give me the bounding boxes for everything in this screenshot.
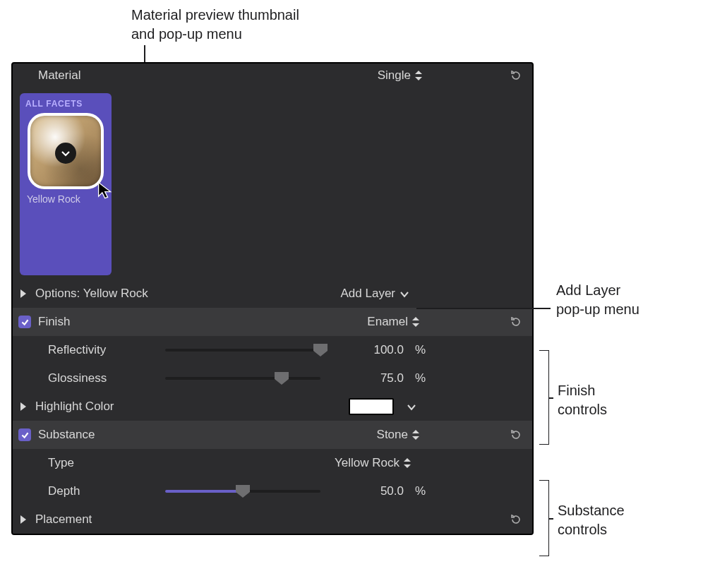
depth-value[interactable]: 50.0 [333,484,404,498]
finish-checkbox[interactable] [18,316,31,328]
finish-label: Finish [38,315,70,329]
material-preset-area: ALL FACETS Yellow Rock [13,88,532,280]
param-label: Glossiness [48,371,107,385]
callout-finish-controls: Finish controls [558,381,607,419]
chevron-down-icon[interactable] [407,402,416,412]
highlight-color-row: Highlight Color [13,392,532,421]
section-title: Material [38,68,80,83]
callout-leader [549,518,553,520]
finish-type-popup[interactable]: Enamel [367,315,419,329]
callout-text: Substance [558,501,625,520]
add-layer-popup[interactable]: Add Layer [341,287,410,301]
facets-label: ALL FACETS [24,97,107,113]
param-label: Highlight Color [35,400,114,414]
material-preset-card[interactable]: ALL FACETS Yellow Rock [20,93,112,275]
unit-label: % [411,371,431,385]
finish-type-value: Enamel [367,315,408,329]
substance-type-row: Type Yellow Rock [13,449,532,477]
depth-row: Depth 50.0 % [13,477,532,505]
reflectivity-value[interactable]: 100.0 [333,343,404,357]
material-thumbnail[interactable] [28,113,104,189]
add-layer-label: Add Layer [341,287,396,301]
substance-label: Substance [38,428,95,442]
unit-label: % [411,343,431,357]
glossiness-row: Glossiness 75.0 % [13,364,532,392]
material-preset-name: Yellow Rock [24,189,107,209]
facet-mode-popup[interactable]: Single [378,68,422,83]
callout-leader [416,308,551,309]
substance-mode-popup[interactable]: Stone [377,428,419,442]
svg-marker-0 [313,344,328,356]
callout-text: Material preview thumbnail [131,6,299,25]
callout-text: Finish [558,381,607,400]
glossiness-value[interactable]: 75.0 [333,371,404,385]
chevron-down-icon[interactable] [55,143,76,164]
callout-add-layer: Add Layer pop-up menu [556,281,639,319]
callout-bracket [539,350,549,445]
callout-thumbnail: Material preview thumbnail and pop-up me… [131,6,299,44]
disclosure-triangle[interactable] [18,402,28,411]
options-row: Options: Yellow Rock Add Layer [13,280,532,308]
callout-substance-controls: Substance controls [558,501,625,539]
placement-label: Placement [35,512,92,527]
unit-label: % [411,484,431,498]
material-header: Material Single [13,64,532,88]
chevron-down-icon [399,289,409,299]
substance-checkbox[interactable] [18,428,31,441]
disclosure-triangle[interactable] [18,515,28,524]
options-label: Options: Yellow Rock [35,287,148,301]
depth-slider[interactable] [165,484,320,498]
glossiness-slider[interactable] [165,371,320,385]
substance-header-row: Substance Stone [13,421,532,449]
updown-icon [404,458,411,468]
reset-icon[interactable] [510,513,522,526]
svg-marker-1 [275,372,289,385]
highlight-color-well[interactable] [349,398,394,415]
substance-type-popup[interactable]: Yellow Rock [335,456,411,470]
callout-text: controls [558,400,607,419]
finish-header-row: Finish Enamel [13,308,532,336]
reset-icon[interactable] [510,316,522,328]
placement-row: Placement [13,505,532,534]
reset-icon[interactable] [510,69,522,82]
substance-mode-value: Stone [377,428,408,442]
callout-text: pop-up menu [556,300,639,319]
callout-text: Add Layer [556,281,639,300]
callout-leader [549,397,553,399]
reset-icon[interactable] [510,428,522,441]
param-label: Type [48,456,74,470]
callout-text: and pop-up menu [131,25,299,44]
callout-bracket [539,480,549,556]
material-inspector-panel: Material Single ALL FACETS Yellow Rock [11,62,534,535]
reflectivity-slider[interactable] [165,343,320,357]
param-label: Depth [48,484,80,498]
callout-text: controls [558,520,625,539]
disclosure-triangle[interactable] [18,289,28,298]
param-label: Reflectivity [48,343,106,357]
substance-type-value: Yellow Rock [335,456,399,470]
svg-marker-2 [236,485,250,498]
updown-icon [415,71,422,80]
reflectivity-row: Reflectivity 100.0 % [13,336,532,364]
updown-icon [412,430,419,440]
updown-icon [412,317,419,327]
facet-mode-value: Single [378,68,411,83]
